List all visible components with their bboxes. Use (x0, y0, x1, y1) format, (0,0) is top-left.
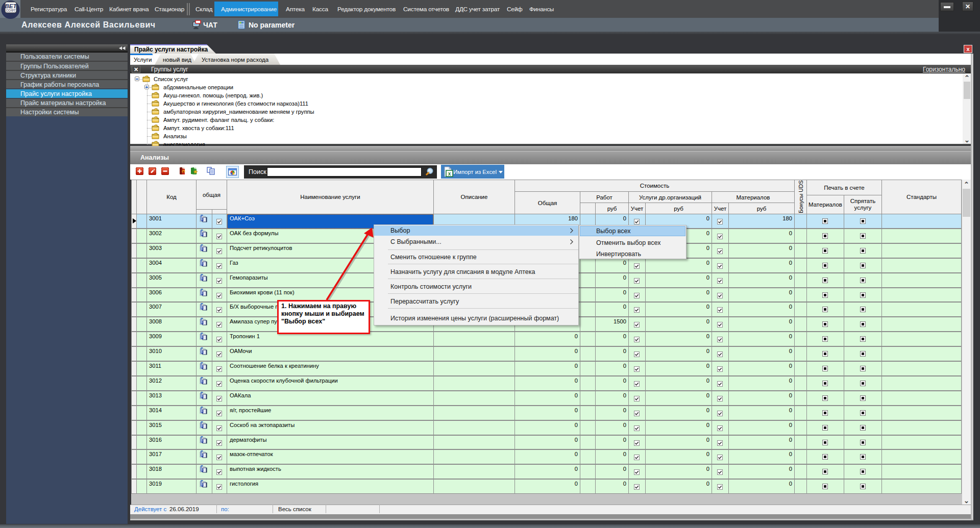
svg-text:ВЕТ: ВЕТ (5, 3, 17, 9)
svg-text:СОФТ: СОФТ (6, 9, 16, 12)
svg-text:x: x (448, 171, 451, 177)
